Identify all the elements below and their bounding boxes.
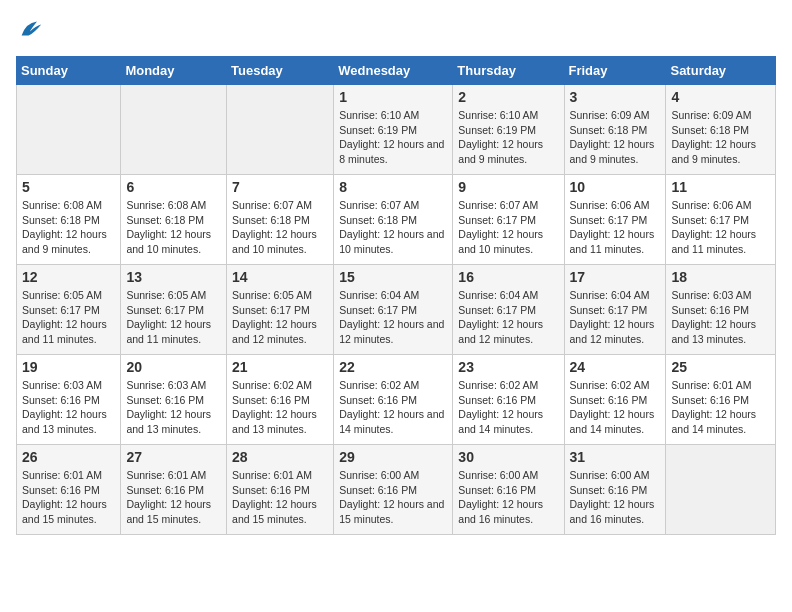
calendar-week-4: 19Sunrise: 6:03 AMSunset: 6:16 PMDayligh… bbox=[17, 355, 776, 445]
day-info: Sunrise: 6:05 AMSunset: 6:17 PMDaylight:… bbox=[232, 288, 328, 347]
day-number: 15 bbox=[339, 269, 447, 285]
calendar-cell: 4Sunrise: 6:09 AMSunset: 6:18 PMDaylight… bbox=[666, 85, 776, 175]
calendar-week-3: 12Sunrise: 6:05 AMSunset: 6:17 PMDayligh… bbox=[17, 265, 776, 355]
calendar-cell: 11Sunrise: 6:06 AMSunset: 6:17 PMDayligh… bbox=[666, 175, 776, 265]
logo-bird-icon bbox=[16, 16, 44, 44]
day-number: 31 bbox=[570, 449, 661, 465]
day-info: Sunrise: 6:04 AMSunset: 6:17 PMDaylight:… bbox=[339, 288, 447, 347]
calendar-cell: 10Sunrise: 6:06 AMSunset: 6:17 PMDayligh… bbox=[564, 175, 666, 265]
calendar-cell: 9Sunrise: 6:07 AMSunset: 6:17 PMDaylight… bbox=[453, 175, 564, 265]
calendar-cell: 23Sunrise: 6:02 AMSunset: 6:16 PMDayligh… bbox=[453, 355, 564, 445]
calendar-cell: 29Sunrise: 6:00 AMSunset: 6:16 PMDayligh… bbox=[334, 445, 453, 535]
day-number: 6 bbox=[126, 179, 221, 195]
calendar-cell: 22Sunrise: 6:02 AMSunset: 6:16 PMDayligh… bbox=[334, 355, 453, 445]
calendar-cell: 2Sunrise: 6:10 AMSunset: 6:19 PMDaylight… bbox=[453, 85, 564, 175]
calendar-cell: 15Sunrise: 6:04 AMSunset: 6:17 PMDayligh… bbox=[334, 265, 453, 355]
weekday-header-thursday: Thursday bbox=[453, 57, 564, 85]
page-header bbox=[16, 16, 776, 44]
day-number: 9 bbox=[458, 179, 558, 195]
day-info: Sunrise: 6:00 AMSunset: 6:16 PMDaylight:… bbox=[458, 468, 558, 527]
day-number: 20 bbox=[126, 359, 221, 375]
day-info: Sunrise: 6:00 AMSunset: 6:16 PMDaylight:… bbox=[339, 468, 447, 527]
calendar-cell: 31Sunrise: 6:00 AMSunset: 6:16 PMDayligh… bbox=[564, 445, 666, 535]
day-number: 2 bbox=[458, 89, 558, 105]
calendar-cell: 7Sunrise: 6:07 AMSunset: 6:18 PMDaylight… bbox=[227, 175, 334, 265]
weekday-header-saturday: Saturday bbox=[666, 57, 776, 85]
day-number: 12 bbox=[22, 269, 115, 285]
day-number: 27 bbox=[126, 449, 221, 465]
day-info: Sunrise: 6:10 AMSunset: 6:19 PMDaylight:… bbox=[339, 108, 447, 167]
day-number: 26 bbox=[22, 449, 115, 465]
day-number: 22 bbox=[339, 359, 447, 375]
day-number: 13 bbox=[126, 269, 221, 285]
day-info: Sunrise: 6:06 AMSunset: 6:17 PMDaylight:… bbox=[570, 198, 661, 257]
calendar-header: SundayMondayTuesdayWednesdayThursdayFrid… bbox=[17, 57, 776, 85]
day-info: Sunrise: 6:08 AMSunset: 6:18 PMDaylight:… bbox=[126, 198, 221, 257]
day-info: Sunrise: 6:03 AMSunset: 6:16 PMDaylight:… bbox=[22, 378, 115, 437]
day-info: Sunrise: 6:04 AMSunset: 6:17 PMDaylight:… bbox=[570, 288, 661, 347]
calendar-cell: 8Sunrise: 6:07 AMSunset: 6:18 PMDaylight… bbox=[334, 175, 453, 265]
calendar-cell bbox=[227, 85, 334, 175]
calendar-cell: 19Sunrise: 6:03 AMSunset: 6:16 PMDayligh… bbox=[17, 355, 121, 445]
logo bbox=[16, 16, 48, 44]
weekday-header-sunday: Sunday bbox=[17, 57, 121, 85]
day-number: 8 bbox=[339, 179, 447, 195]
day-info: Sunrise: 6:03 AMSunset: 6:16 PMDaylight:… bbox=[671, 288, 770, 347]
day-info: Sunrise: 6:09 AMSunset: 6:18 PMDaylight:… bbox=[671, 108, 770, 167]
day-info: Sunrise: 6:01 AMSunset: 6:16 PMDaylight:… bbox=[232, 468, 328, 527]
day-number: 7 bbox=[232, 179, 328, 195]
day-info: Sunrise: 6:02 AMSunset: 6:16 PMDaylight:… bbox=[232, 378, 328, 437]
calendar-cell: 28Sunrise: 6:01 AMSunset: 6:16 PMDayligh… bbox=[227, 445, 334, 535]
day-info: Sunrise: 6:01 AMSunset: 6:16 PMDaylight:… bbox=[126, 468, 221, 527]
day-info: Sunrise: 6:06 AMSunset: 6:17 PMDaylight:… bbox=[671, 198, 770, 257]
weekday-header-wednesday: Wednesday bbox=[334, 57, 453, 85]
day-number: 28 bbox=[232, 449, 328, 465]
day-info: Sunrise: 6:05 AMSunset: 6:17 PMDaylight:… bbox=[126, 288, 221, 347]
calendar-week-1: 1Sunrise: 6:10 AMSunset: 6:19 PMDaylight… bbox=[17, 85, 776, 175]
day-number: 21 bbox=[232, 359, 328, 375]
day-number: 17 bbox=[570, 269, 661, 285]
calendar-cell bbox=[666, 445, 776, 535]
day-number: 14 bbox=[232, 269, 328, 285]
day-info: Sunrise: 6:04 AMSunset: 6:17 PMDaylight:… bbox=[458, 288, 558, 347]
day-info: Sunrise: 6:03 AMSunset: 6:16 PMDaylight:… bbox=[126, 378, 221, 437]
day-number: 16 bbox=[458, 269, 558, 285]
weekday-header-monday: Monday bbox=[121, 57, 227, 85]
calendar-cell: 17Sunrise: 6:04 AMSunset: 6:17 PMDayligh… bbox=[564, 265, 666, 355]
day-info: Sunrise: 6:07 AMSunset: 6:17 PMDaylight:… bbox=[458, 198, 558, 257]
day-number: 23 bbox=[458, 359, 558, 375]
calendar-cell: 3Sunrise: 6:09 AMSunset: 6:18 PMDaylight… bbox=[564, 85, 666, 175]
calendar-cell: 6Sunrise: 6:08 AMSunset: 6:18 PMDaylight… bbox=[121, 175, 227, 265]
calendar-week-5: 26Sunrise: 6:01 AMSunset: 6:16 PMDayligh… bbox=[17, 445, 776, 535]
weekday-header-friday: Friday bbox=[564, 57, 666, 85]
day-number: 11 bbox=[671, 179, 770, 195]
day-number: 24 bbox=[570, 359, 661, 375]
calendar-cell: 16Sunrise: 6:04 AMSunset: 6:17 PMDayligh… bbox=[453, 265, 564, 355]
day-number: 19 bbox=[22, 359, 115, 375]
calendar-body: 1Sunrise: 6:10 AMSunset: 6:19 PMDaylight… bbox=[17, 85, 776, 535]
weekday-row: SundayMondayTuesdayWednesdayThursdayFrid… bbox=[17, 57, 776, 85]
calendar-cell: 21Sunrise: 6:02 AMSunset: 6:16 PMDayligh… bbox=[227, 355, 334, 445]
day-number: 18 bbox=[671, 269, 770, 285]
day-info: Sunrise: 6:01 AMSunset: 6:16 PMDaylight:… bbox=[22, 468, 115, 527]
calendar-cell: 30Sunrise: 6:00 AMSunset: 6:16 PMDayligh… bbox=[453, 445, 564, 535]
calendar-cell: 12Sunrise: 6:05 AMSunset: 6:17 PMDayligh… bbox=[17, 265, 121, 355]
day-info: Sunrise: 6:07 AMSunset: 6:18 PMDaylight:… bbox=[339, 198, 447, 257]
calendar-cell: 26Sunrise: 6:01 AMSunset: 6:16 PMDayligh… bbox=[17, 445, 121, 535]
calendar-cell: 20Sunrise: 6:03 AMSunset: 6:16 PMDayligh… bbox=[121, 355, 227, 445]
day-number: 29 bbox=[339, 449, 447, 465]
day-number: 4 bbox=[671, 89, 770, 105]
weekday-header-tuesday: Tuesday bbox=[227, 57, 334, 85]
day-number: 10 bbox=[570, 179, 661, 195]
day-info: Sunrise: 6:00 AMSunset: 6:16 PMDaylight:… bbox=[570, 468, 661, 527]
day-info: Sunrise: 6:01 AMSunset: 6:16 PMDaylight:… bbox=[671, 378, 770, 437]
calendar-cell: 27Sunrise: 6:01 AMSunset: 6:16 PMDayligh… bbox=[121, 445, 227, 535]
calendar-cell bbox=[17, 85, 121, 175]
calendar-table: SundayMondayTuesdayWednesdayThursdayFrid… bbox=[16, 56, 776, 535]
day-number: 3 bbox=[570, 89, 661, 105]
calendar-cell: 13Sunrise: 6:05 AMSunset: 6:17 PMDayligh… bbox=[121, 265, 227, 355]
day-number: 5 bbox=[22, 179, 115, 195]
day-number: 25 bbox=[671, 359, 770, 375]
day-info: Sunrise: 6:05 AMSunset: 6:17 PMDaylight:… bbox=[22, 288, 115, 347]
calendar-cell: 5Sunrise: 6:08 AMSunset: 6:18 PMDaylight… bbox=[17, 175, 121, 265]
